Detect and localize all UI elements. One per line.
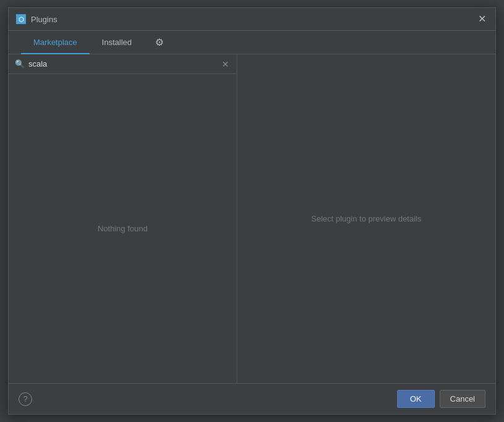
footer-buttons: OK Cancel <box>397 390 485 408</box>
tab-marketplace[interactable]: Marketplace <box>21 31 90 54</box>
ok-button[interactable]: OK <box>397 390 435 408</box>
content-area: 🔍 ✕ Nothing found Select plugin to previ… <box>9 54 495 383</box>
cancel-button[interactable]: Cancel <box>440 390 485 408</box>
search-icon: 🔍 <box>15 59 25 68</box>
preview-placeholder-text: Select plugin to preview details <box>311 214 422 223</box>
left-panel: 🔍 ✕ Nothing found <box>9 54 237 383</box>
close-button[interactable]: ✕ <box>476 13 488 25</box>
right-panel: Select plugin to preview details <box>237 54 495 383</box>
clear-search-button[interactable]: ✕ <box>220 60 230 68</box>
help-button[interactable]: ? <box>19 392 32 406</box>
settings-button[interactable]: ⚙ <box>150 31 169 53</box>
plugins-dialog: ⬡ Plugins ✕ Marketplace Installed ⚙ 🔍 ✕ … <box>8 7 496 415</box>
tabs-bar: Marketplace Installed ⚙ <box>9 31 495 54</box>
title-bar-left: ⬡ Plugins <box>16 14 57 24</box>
plugin-list: Nothing found <box>9 74 237 383</box>
title-bar: ⬡ Plugins ✕ <box>9 8 495 31</box>
app-icon: ⬡ <box>16 14 26 24</box>
search-input[interactable] <box>28 59 217 68</box>
tab-installed[interactable]: Installed <box>90 31 144 54</box>
dialog-title: Plugins <box>31 15 57 24</box>
search-bar: 🔍 ✕ <box>9 54 237 74</box>
nothing-found-text: Nothing found <box>98 224 148 233</box>
footer: ? OK Cancel <box>9 383 495 414</box>
